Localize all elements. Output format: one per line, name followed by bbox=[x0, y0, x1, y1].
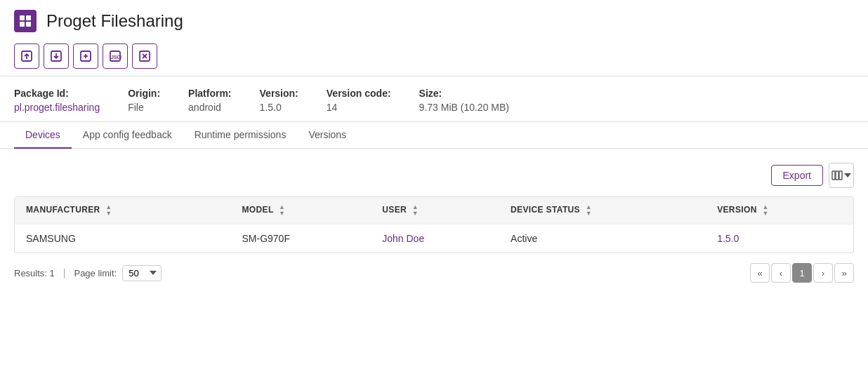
tab-devices[interactable]: Devices bbox=[14, 122, 72, 149]
download-button[interactable] bbox=[44, 43, 69, 69]
app-header: Proget Filesharing bbox=[0, 0, 868, 39]
tab-app-config-feedback[interactable]: App config feedback bbox=[72, 122, 183, 149]
svg-text:JSON: JSON bbox=[111, 55, 121, 60]
page-limit-select[interactable]: 50 10 25 100 bbox=[122, 265, 162, 281]
svg-rect-1 bbox=[26, 15, 31, 20]
platform-value: android bbox=[188, 102, 231, 113]
page-title: Proget Filesharing bbox=[46, 11, 183, 31]
table-row: SAMSUNG SM-G970F John Doe Active 1.5.0 bbox=[15, 224, 853, 253]
col-version[interactable]: VERSION ▲▼ bbox=[706, 197, 853, 224]
pagination-separator: | bbox=[63, 267, 66, 278]
results-label: Results: bbox=[14, 268, 47, 278]
col-manufacturer[interactable]: MANUFACTURER ▲▼ bbox=[15, 197, 230, 224]
upload-button[interactable] bbox=[14, 43, 39, 69]
meta-size: Size: 9.73 MiB (10.20 MB) bbox=[419, 88, 509, 113]
svg-rect-18 bbox=[839, 171, 842, 180]
col-user[interactable]: USER ▲▼ bbox=[371, 197, 499, 224]
sort-model-icon: ▲▼ bbox=[279, 204, 285, 217]
meta-version-code: Version code: 14 bbox=[327, 88, 391, 113]
content-area: Export MANUFACTURER ▲▼ MOD bbox=[0, 149, 868, 297]
delete-button[interactable] bbox=[132, 43, 157, 69]
tab-versions[interactable]: Versions bbox=[297, 122, 357, 149]
svg-rect-17 bbox=[836, 171, 839, 180]
page-limit-label: Page limit: bbox=[74, 268, 117, 278]
meta-origin: Origin: File bbox=[128, 88, 160, 113]
version-value: 1.5.0 bbox=[260, 102, 298, 113]
version-code-value: 14 bbox=[327, 102, 391, 113]
version-code-label: Version code: bbox=[327, 88, 391, 99]
first-page-button[interactable]: « bbox=[750, 263, 770, 283]
svg-rect-2 bbox=[20, 22, 25, 27]
meta-package-id: Package Id: pl.proget.filesharing bbox=[14, 88, 100, 113]
svg-rect-16 bbox=[832, 171, 835, 180]
platform-label: Platform: bbox=[188, 88, 231, 99]
package-id-label: Package Id: bbox=[14, 88, 100, 99]
origin-value: File bbox=[128, 102, 160, 113]
version-label: Version: bbox=[260, 88, 298, 99]
app-logo bbox=[14, 10, 37, 32]
pagination-bar: Results: 1 | Page limit: 50 10 25 100 « … bbox=[14, 253, 854, 283]
package-id-value: pl.proget.filesharing bbox=[14, 102, 100, 113]
json-button[interactable]: JSON bbox=[103, 43, 128, 69]
cell-user[interactable]: John Doe bbox=[371, 224, 499, 253]
devices-table: MANUFACTURER ▲▼ MODEL ▲▼ USER ▲▼ DEVICE … bbox=[15, 197, 853, 253]
cell-model: SM-G970F bbox=[230, 224, 371, 253]
sort-user-icon: ▲▼ bbox=[412, 204, 419, 217]
columns-button[interactable] bbox=[829, 163, 854, 188]
tab-runtime-permissions[interactable]: Runtime permissions bbox=[183, 122, 298, 149]
cell-manufacturer: SAMSUNG bbox=[15, 224, 230, 253]
col-model[interactable]: MODEL ▲▼ bbox=[230, 197, 371, 224]
actions-bar: Export bbox=[14, 157, 854, 194]
last-page-button[interactable]: » bbox=[834, 263, 854, 283]
table-header-row: MANUFACTURER ▲▼ MODEL ▲▼ USER ▲▼ DEVICE … bbox=[15, 197, 853, 224]
col-device-status[interactable]: DEVICE STATUS ▲▼ bbox=[499, 197, 706, 224]
page-navigation: « ‹ 1 › » bbox=[750, 263, 854, 283]
results-count: 1 bbox=[50, 268, 55, 278]
current-page-button[interactable]: 1 bbox=[792, 263, 812, 283]
toolbar: JSON bbox=[0, 39, 868, 76]
meta-version: Version: 1.5.0 bbox=[260, 88, 298, 113]
sort-status-icon: ▲▼ bbox=[586, 204, 592, 217]
next-page-button[interactable]: › bbox=[813, 263, 833, 283]
cell-version[interactable]: 1.5.0 bbox=[706, 224, 853, 253]
size-value: 9.73 MiB (10.20 MB) bbox=[419, 102, 509, 113]
export-button[interactable]: Export bbox=[771, 165, 823, 186]
origin-label: Origin: bbox=[128, 88, 160, 99]
size-label: Size: bbox=[419, 88, 509, 99]
svg-rect-3 bbox=[26, 22, 31, 27]
meta-platform: Platform: android bbox=[188, 88, 231, 113]
prev-page-button[interactable]: ‹ bbox=[771, 263, 791, 283]
meta-section: Package Id: pl.proget.filesharing Origin… bbox=[0, 76, 868, 121]
devices-table-container: MANUFACTURER ▲▼ MODEL ▲▼ USER ▲▼ DEVICE … bbox=[14, 196, 854, 253]
tabs-bar: Devices App config feedback Runtime perm… bbox=[0, 122, 868, 149]
cell-device-status: Active bbox=[499, 224, 706, 253]
svg-rect-0 bbox=[20, 15, 25, 20]
results-info: Results: 1 bbox=[14, 268, 55, 278]
sort-version-icon: ▲▼ bbox=[762, 204, 768, 217]
add-button[interactable] bbox=[73, 43, 98, 69]
sort-manufacturer-icon: ▲▼ bbox=[105, 204, 112, 217]
